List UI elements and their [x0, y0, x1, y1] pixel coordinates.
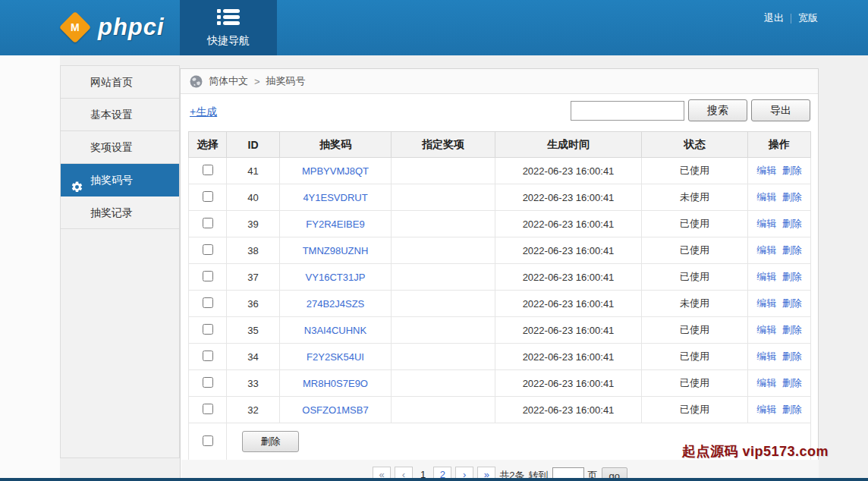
- quick-nav-label: 快捷导航: [207, 34, 250, 48]
- row-id: 34: [227, 344, 280, 370]
- breadcrumb-language[interactable]: 简体中文: [209, 74, 248, 88]
- row-checkbox[interactable]: [203, 404, 213, 414]
- table-row: 39 FY2R4EIBE9 2022-06-23 16:00:41 已使用 编辑…: [189, 211, 811, 237]
- row-id: 32: [227, 397, 280, 423]
- delete-link[interactable]: 删除: [782, 271, 802, 282]
- row-checkbox[interactable]: [203, 218, 213, 228]
- logout-link[interactable]: 退出: [764, 11, 784, 25]
- row-time: 2022-06-23 16:00:41: [495, 158, 642, 184]
- delete-link[interactable]: 删除: [782, 244, 802, 256]
- edit-link[interactable]: 编辑: [756, 404, 776, 415]
- row-time: 2022-06-23 16:00:41: [495, 184, 642, 211]
- row-prize: [392, 344, 495, 370]
- globe-icon: [190, 75, 203, 88]
- app-logo[interactable]: M phpci: [64, 14, 165, 41]
- row-id: 39: [227, 211, 280, 237]
- logo-mark: M: [71, 21, 80, 33]
- delete-link[interactable]: 删除: [782, 377, 802, 388]
- row-status: 已使用: [642, 211, 748, 237]
- delete-link[interactable]: 删除: [782, 191, 802, 203]
- code-link[interactable]: OSFZO1MSB7: [302, 404, 368, 416]
- edit-link[interactable]: 编辑: [756, 218, 776, 229]
- header-id: ID: [227, 132, 280, 158]
- sidebar-item-home[interactable]: 网站首页: [61, 66, 179, 99]
- row-prize: [392, 317, 495, 344]
- code-link[interactable]: 274B2J4SZS: [307, 298, 365, 310]
- edit-link[interactable]: 编辑: [756, 271, 776, 282]
- row-time: 2022-06-23 16:00:41: [495, 397, 642, 423]
- left-gutter: [0, 55, 60, 481]
- select-all-checkbox[interactable]: [203, 435, 213, 446]
- edit-link[interactable]: 编辑: [756, 165, 776, 176]
- code-link[interactable]: N3AI4CUHNK: [304, 325, 366, 336]
- delete-link[interactable]: 删除: [782, 218, 802, 229]
- row-checkbox[interactable]: [203, 271, 213, 281]
- top-links: 退出 宽版: [764, 11, 818, 25]
- row-checkbox[interactable]: [203, 297, 213, 308]
- row-status: 已使用: [642, 158, 748, 184]
- row-checkbox[interactable]: [203, 191, 213, 202]
- edit-link[interactable]: 编辑: [756, 244, 776, 256]
- logo-text: phpci: [98, 14, 165, 41]
- header-status: 状态: [642, 132, 748, 158]
- row-id: 38: [227, 237, 280, 264]
- edit-link[interactable]: 编辑: [756, 324, 776, 335]
- quick-nav-button[interactable]: 快捷导航: [180, 0, 277, 55]
- edit-link[interactable]: 编辑: [756, 377, 776, 388]
- delete-link[interactable]: 删除: [782, 297, 802, 309]
- row-id: 37: [227, 264, 280, 291]
- edit-link[interactable]: 编辑: [756, 191, 776, 203]
- row-checkbox[interactable]: [203, 244, 213, 255]
- search-input[interactable]: [571, 101, 684, 121]
- row-checkbox[interactable]: [203, 165, 213, 175]
- toolbar: +生成 搜索 导出: [181, 94, 818, 130]
- sidebar-item-basic-settings[interactable]: 基本设置: [61, 99, 179, 131]
- bulk-delete-button[interactable]: 删除: [242, 431, 299, 452]
- row-prize: [392, 370, 495, 397]
- generate-link[interactable]: +生成: [190, 105, 217, 119]
- export-button[interactable]: 导出: [751, 99, 810, 121]
- delete-link[interactable]: 删除: [782, 324, 802, 335]
- row-status: 已使用: [642, 370, 748, 397]
- row-status: 未使用: [642, 184, 748, 211]
- row-checkbox[interactable]: [203, 324, 213, 335]
- search-button[interactable]: 搜索: [688, 99, 747, 121]
- code-link[interactable]: 4Y1ESVDRUT: [303, 192, 367, 203]
- table-row: 41 MPBYVMJ8QT 2022-06-23 16:00:41 已使用 编辑…: [189, 158, 811, 184]
- code-link[interactable]: MPBYVMJ8QT: [302, 165, 369, 177]
- row-prize: [392, 211, 495, 237]
- delete-link[interactable]: 删除: [782, 351, 802, 362]
- row-checkbox[interactable]: [203, 377, 213, 388]
- list-icon: [216, 8, 241, 30]
- code-link[interactable]: TMNZ98UZNH: [303, 245, 369, 256]
- row-checkbox[interactable]: [203, 351, 213, 361]
- row-prize: [392, 158, 495, 184]
- breadcrumb-page: 抽奖码号: [266, 74, 306, 88]
- sidebar-item-label: 网站首页: [90, 76, 133, 88]
- footer-bar: [0, 478, 868, 481]
- code-link[interactable]: MR8H0S7E9O: [303, 378, 368, 389]
- code-link[interactable]: FY2R4EIBE9: [306, 218, 364, 230]
- breadcrumb-separator: >: [254, 76, 260, 87]
- sidebar-item-lottery-codes[interactable]: 抽奖码号: [61, 164, 179, 196]
- header-operations: 操作: [748, 132, 811, 158]
- delete-link[interactable]: 删除: [782, 404, 802, 415]
- logo-diamond-icon: M: [59, 11, 91, 43]
- code-link[interactable]: VY16CT31JP: [306, 272, 366, 283]
- wide-mode-link[interactable]: 宽版: [798, 11, 818, 25]
- row-id: 40: [227, 184, 280, 211]
- edit-link[interactable]: 编辑: [756, 351, 776, 362]
- delete-link[interactable]: 删除: [782, 165, 802, 176]
- code-link[interactable]: F2Y2SK54UI: [307, 351, 364, 363]
- row-time: 2022-06-23 16:00:41: [495, 291, 642, 317]
- divider: [791, 14, 791, 24]
- row-time: 2022-06-23 16:00:41: [495, 317, 642, 344]
- row-status: 已使用: [642, 317, 748, 344]
- table-row: 33 MR8H0S7E9O 2022-06-23 16:00:41 已使用 编辑…: [189, 370, 811, 397]
- sidebar-item-label: 抽奖码号: [90, 174, 133, 186]
- sidebar-item-prize-settings[interactable]: 奖项设置: [61, 131, 179, 164]
- sidebar-item-lottery-records[interactable]: 抽奖记录: [61, 196, 179, 229]
- header-prize: 指定奖项: [392, 132, 495, 158]
- sidebar-item-label: 抽奖记录: [90, 206, 133, 218]
- edit-link[interactable]: 编辑: [756, 297, 776, 309]
